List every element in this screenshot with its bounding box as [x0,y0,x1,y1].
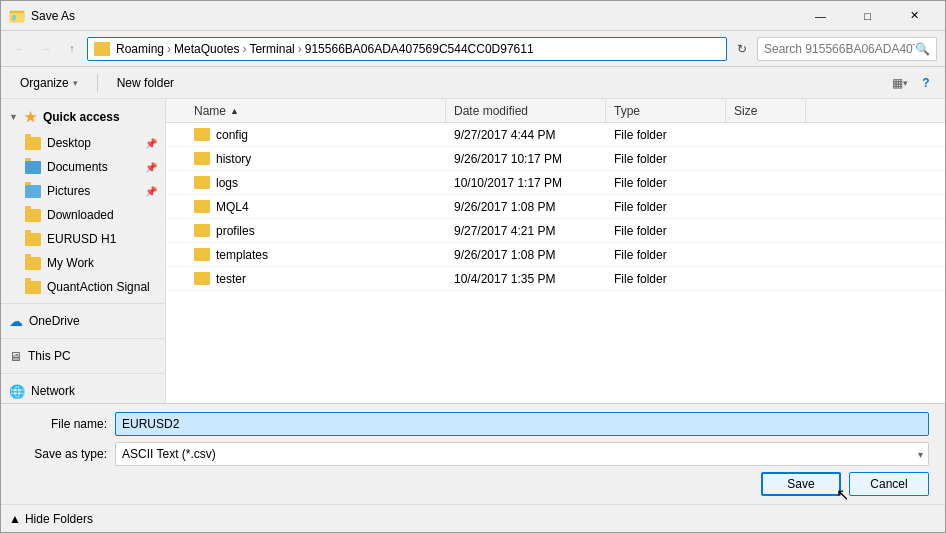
folder-icon [194,248,210,261]
desktop-label: Desktop [47,136,91,150]
breadcrumb-metaquotes[interactable]: MetaQuotes [174,42,239,56]
svg-rect-2 [12,15,16,20]
minimize-button[interactable]: — [798,6,843,26]
table-row[interactable]: logs 10/10/2017 1:17 PM File folder [166,171,945,195]
table-row[interactable]: history 9/26/2017 10:17 PM File folder [166,147,945,171]
hide-folders-button[interactable]: ▲ Hide Folders [9,512,93,526]
address-bar: ← → ↑ Roaming › MetaQuotes › Terminal › … [1,31,945,67]
quick-access-star-icon: ★ [24,109,37,125]
table-row[interactable]: config 9/27/2017 4:44 PM File folder [166,123,945,147]
filename-row: File name: [17,412,929,436]
documents-label: Documents [47,160,108,174]
toolbar-separator [97,74,98,92]
documents-folder-icon [25,160,41,174]
breadcrumb-bar[interactable]: Roaming › MetaQuotes › Terminal › 915566… [87,37,727,61]
sidebar-item-thispc[interactable]: 🖥 This PC [1,343,165,369]
folder-icon [194,128,210,141]
help-button[interactable]: ? [915,72,937,94]
save-as-dialog: Save As — □ ✕ ← → ↑ Roaming › MetaQuotes… [0,0,946,533]
eurusd-folder-icon [25,232,41,246]
maximize-button[interactable]: □ [845,6,890,26]
sidebar-item-network[interactable]: 🌐 Network [1,378,165,403]
savetype-select-wrapper: ASCII Text (*.csv)All Files (*.*) ▾ [115,442,929,466]
mywork-label: My Work [47,256,94,270]
sidebar-item-onedrive[interactable]: ☁ OneDrive [1,308,165,334]
search-input[interactable] [764,42,915,56]
filename-label: File name: [17,417,107,431]
desktop-pin-icon: 📌 [145,138,157,149]
sidebar-item-mywork[interactable]: My Work [1,251,165,275]
search-box[interactable]: 🔍 [757,37,937,61]
sidebar-item-desktop[interactable]: Desktop 📌 [1,131,165,155]
table-row[interactable]: profiles 9/27/2017 4:21 PM File folder [166,219,945,243]
folder-icon [194,224,210,237]
sidebar-divider-2 [1,338,165,339]
quick-access-chevron-icon: ▼ [9,112,18,122]
eurusd-label: EURUSD H1 [47,232,116,246]
hide-folders-label: Hide Folders [25,512,93,526]
sidebar-item-documents[interactable]: Documents 📌 [1,155,165,179]
hide-folders-row: ▲ Hide Folders [1,504,945,532]
column-header-type[interactable]: Type [606,99,726,122]
window-icon [9,8,25,24]
file-list-header: Name ▲ Date modified Type Size [166,99,945,123]
column-header-date[interactable]: Date modified [446,99,606,122]
savetype-row: Save as type: ASCII Text (*.csv)All File… [17,442,929,466]
save-button[interactable]: Save [761,472,841,496]
quick-access-label: Quick access [43,110,120,124]
folder-icon [194,152,210,165]
column-header-size[interactable]: Size [726,99,806,122]
hide-folders-chevron-icon: ▲ [9,512,21,526]
button-row: Save ↖ Cancel [17,472,929,496]
sort-asc-icon: ▲ [230,106,239,116]
onedrive-label: OneDrive [29,314,80,328]
refresh-button[interactable]: ↻ [731,38,753,60]
sidebar: ▼ ★ Quick access Desktop 📌 Documents 📌 [1,99,166,403]
pictures-label: Pictures [47,184,90,198]
new-folder-button[interactable]: New folder [106,71,185,95]
up-button[interactable]: ↑ [61,38,83,60]
file-rows-container: config 9/27/2017 4:44 PM File folder his… [166,123,945,291]
table-row[interactable]: templates 9/26/2017 1:08 PM File folder [166,243,945,267]
new-folder-label: New folder [117,76,174,90]
filename-input[interactable] [115,412,929,436]
organize-label: Organize [20,76,69,90]
network-icon: 🌐 [9,384,25,399]
view-button[interactable]: ▦ ▾ [889,72,911,94]
breadcrumb-terminal[interactable]: Terminal [249,42,294,56]
sidebar-item-pictures[interactable]: Pictures 📌 [1,179,165,203]
organize-chevron-icon: ▾ [73,78,78,88]
save-button-wrapper: Save ↖ [761,472,841,496]
pictures-folder-icon [25,184,41,198]
back-button[interactable]: ← [9,38,31,60]
view-chevron-icon: ▾ [903,78,908,88]
thispc-icon: 🖥 [9,349,22,364]
folder-icon [194,200,210,213]
view-icon: ▦ [892,76,903,90]
breadcrumb-roaming[interactable]: Roaming [116,42,164,56]
table-row[interactable]: tester 10/4/2017 1:35 PM File folder [166,267,945,291]
savetype-select[interactable]: ASCII Text (*.csv)All Files (*.*) [115,442,929,466]
folder-icon [194,272,210,285]
search-icon: 🔍 [915,42,930,56]
title-bar: Save As — □ ✕ [1,1,945,31]
organize-button[interactable]: Organize ▾ [9,71,89,95]
sidebar-item-eurusd[interactable]: EURUSD H1 [1,227,165,251]
folder-icon [194,176,210,189]
forward-button[interactable]: → [35,38,57,60]
main-content: ▼ ★ Quick access Desktop 📌 Documents 📌 [1,99,945,403]
quick-access-header[interactable]: ▼ ★ Quick access [1,103,165,131]
sidebar-item-downloaded[interactable]: Downloaded [1,203,165,227]
cancel-button[interactable]: Cancel [849,472,929,496]
file-list: Name ▲ Date modified Type Size config [166,99,945,403]
column-header-name[interactable]: Name ▲ [186,99,446,122]
pictures-pin-icon: 📌 [145,186,157,197]
breadcrumb-folder-id[interactable]: 915566BA06ADA407569C544CC0D97611 [305,42,534,56]
onedrive-icon: ☁ [9,313,23,329]
thispc-label: This PC [28,349,71,363]
window-controls: — □ ✕ [798,6,937,26]
close-button[interactable]: ✕ [892,6,937,26]
desktop-folder-icon [25,136,41,150]
table-row[interactable]: MQL4 9/26/2017 1:08 PM File folder [166,195,945,219]
sidebar-item-quantaction[interactable]: QuantAction Signal [1,275,165,299]
